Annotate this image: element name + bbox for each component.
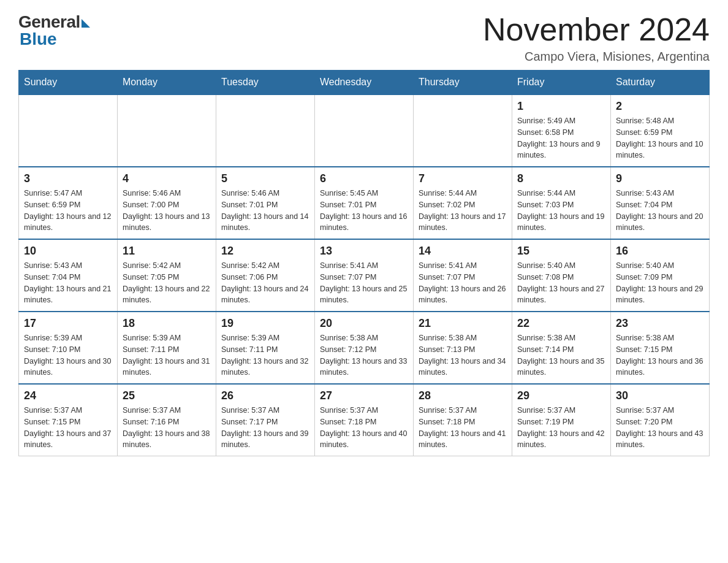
day-number: 3 xyxy=(24,172,112,185)
day-info: Sunrise: 5:42 AM Sunset: 7:06 PM Dayligh… xyxy=(221,260,309,306)
calendar-day-cell: 16Sunrise: 5:40 AM Sunset: 7:09 PM Dayli… xyxy=(611,239,710,312)
calendar-week-row: 24Sunrise: 5:37 AM Sunset: 7:15 PM Dayli… xyxy=(19,384,710,456)
day-number: 7 xyxy=(419,172,507,185)
day-number: 26 xyxy=(221,389,309,402)
day-of-week-header: Thursday xyxy=(414,71,512,95)
day-of-week-header: Wednesday xyxy=(315,71,414,95)
day-info: Sunrise: 5:37 AM Sunset: 7:20 PM Dayligh… xyxy=(616,405,704,451)
calendar-day-cell: 20Sunrise: 5:38 AM Sunset: 7:12 PM Dayli… xyxy=(315,312,414,384)
day-info: Sunrise: 5:41 AM Sunset: 7:07 PM Dayligh… xyxy=(320,260,408,306)
day-info: Sunrise: 5:38 AM Sunset: 7:14 PM Dayligh… xyxy=(517,332,605,378)
day-of-week-header: Sunday xyxy=(19,71,118,95)
day-number: 11 xyxy=(123,245,211,258)
calendar-day-cell: 9Sunrise: 5:43 AM Sunset: 7:04 PM Daylig… xyxy=(611,167,710,239)
day-info: Sunrise: 5:39 AM Sunset: 7:11 PM Dayligh… xyxy=(123,332,211,378)
day-number: 14 xyxy=(419,245,507,258)
day-info: Sunrise: 5:48 AM Sunset: 6:59 PM Dayligh… xyxy=(616,115,704,161)
day-info: Sunrise: 5:37 AM Sunset: 7:17 PM Dayligh… xyxy=(221,405,309,451)
calendar-day-cell: 19Sunrise: 5:39 AM Sunset: 7:11 PM Dayli… xyxy=(216,312,315,384)
calendar-day-cell: 7Sunrise: 5:44 AM Sunset: 7:02 PM Daylig… xyxy=(414,167,512,239)
logo-blue-text: Blue xyxy=(20,29,57,49)
calendar-day-cell: 27Sunrise: 5:37 AM Sunset: 7:18 PM Dayli… xyxy=(315,384,414,456)
calendar-day-cell: 17Sunrise: 5:39 AM Sunset: 7:10 PM Dayli… xyxy=(19,312,118,384)
page-header: General Blue November 2024 Campo Viera, … xyxy=(18,12,710,64)
calendar-day-cell: 15Sunrise: 5:40 AM Sunset: 7:08 PM Dayli… xyxy=(512,239,611,312)
day-info: Sunrise: 5:47 AM Sunset: 6:59 PM Dayligh… xyxy=(24,188,112,234)
calendar-week-row: 17Sunrise: 5:39 AM Sunset: 7:10 PM Dayli… xyxy=(19,312,710,384)
day-of-week-header: Saturday xyxy=(611,71,710,95)
day-info: Sunrise: 5:37 AM Sunset: 7:18 PM Dayligh… xyxy=(419,405,507,451)
day-info: Sunrise: 5:38 AM Sunset: 7:13 PM Dayligh… xyxy=(419,332,507,378)
day-number: 27 xyxy=(320,389,408,402)
day-number: 18 xyxy=(123,317,211,330)
calendar-day-cell: 8Sunrise: 5:44 AM Sunset: 7:03 PM Daylig… xyxy=(512,167,611,239)
day-info: Sunrise: 5:37 AM Sunset: 7:19 PM Dayligh… xyxy=(517,405,605,451)
calendar-table: SundayMondayTuesdayWednesdayThursdayFrid… xyxy=(18,70,710,456)
calendar-day-cell: 21Sunrise: 5:38 AM Sunset: 7:13 PM Dayli… xyxy=(414,312,512,384)
day-info: Sunrise: 5:42 AM Sunset: 7:05 PM Dayligh… xyxy=(123,260,211,306)
calendar-day-cell: 6Sunrise: 5:45 AM Sunset: 7:01 PM Daylig… xyxy=(315,167,414,239)
day-number: 24 xyxy=(24,389,112,402)
calendar-day-cell: 22Sunrise: 5:38 AM Sunset: 7:14 PM Dayli… xyxy=(512,312,611,384)
day-info: Sunrise: 5:40 AM Sunset: 7:09 PM Dayligh… xyxy=(616,260,704,306)
calendar-day-cell: 30Sunrise: 5:37 AM Sunset: 7:20 PM Dayli… xyxy=(611,384,710,456)
calendar-day-cell: 26Sunrise: 5:37 AM Sunset: 7:17 PM Dayli… xyxy=(216,384,315,456)
calendar-week-row: 10Sunrise: 5:43 AM Sunset: 7:04 PM Dayli… xyxy=(19,239,710,312)
day-info: Sunrise: 5:37 AM Sunset: 7:18 PM Dayligh… xyxy=(320,405,408,451)
day-info: Sunrise: 5:43 AM Sunset: 7:04 PM Dayligh… xyxy=(24,260,112,306)
calendar-day-cell: 28Sunrise: 5:37 AM Sunset: 7:18 PM Dayli… xyxy=(414,384,512,456)
day-info: Sunrise: 5:45 AM Sunset: 7:01 PM Dayligh… xyxy=(320,188,408,234)
day-number: 17 xyxy=(24,317,112,330)
calendar-day-cell: 11Sunrise: 5:42 AM Sunset: 7:05 PM Dayli… xyxy=(118,239,216,312)
day-number: 21 xyxy=(419,317,507,330)
title-section: November 2024 Campo Viera, Misiones, Arg… xyxy=(483,12,710,64)
day-info: Sunrise: 5:37 AM Sunset: 7:15 PM Dayligh… xyxy=(24,405,112,451)
calendar-day-cell: 25Sunrise: 5:37 AM Sunset: 7:16 PM Dayli… xyxy=(118,384,216,456)
calendar-header-row: SundayMondayTuesdayWednesdayThursdayFrid… xyxy=(19,71,710,95)
calendar-day-cell: 24Sunrise: 5:37 AM Sunset: 7:15 PM Dayli… xyxy=(19,384,118,456)
calendar-day-cell: 23Sunrise: 5:38 AM Sunset: 7:15 PM Dayli… xyxy=(611,312,710,384)
day-number: 5 xyxy=(221,172,309,185)
logo: General Blue xyxy=(18,12,90,49)
day-info: Sunrise: 5:49 AM Sunset: 6:58 PM Dayligh… xyxy=(517,115,605,161)
calendar-week-row: 1Sunrise: 5:49 AM Sunset: 6:58 PM Daylig… xyxy=(19,94,710,167)
day-number: 25 xyxy=(123,389,211,402)
calendar-day-cell xyxy=(414,94,512,167)
calendar-day-cell: 3Sunrise: 5:47 AM Sunset: 6:59 PM Daylig… xyxy=(19,167,118,239)
day-number: 19 xyxy=(221,317,309,330)
calendar-day-cell: 18Sunrise: 5:39 AM Sunset: 7:11 PM Dayli… xyxy=(118,312,216,384)
calendar-day-cell xyxy=(19,94,118,167)
day-number: 8 xyxy=(517,172,605,185)
day-of-week-header: Tuesday xyxy=(216,71,315,95)
calendar-week-row: 3Sunrise: 5:47 AM Sunset: 6:59 PM Daylig… xyxy=(19,167,710,239)
day-info: Sunrise: 5:41 AM Sunset: 7:07 PM Dayligh… xyxy=(419,260,507,306)
day-info: Sunrise: 5:37 AM Sunset: 7:16 PM Dayligh… xyxy=(123,405,211,451)
day-info: Sunrise: 5:39 AM Sunset: 7:11 PM Dayligh… xyxy=(221,332,309,378)
day-number: 13 xyxy=(320,245,408,258)
day-number: 12 xyxy=(221,245,309,258)
day-number: 20 xyxy=(320,317,408,330)
day-info: Sunrise: 5:46 AM Sunset: 7:01 PM Dayligh… xyxy=(221,188,309,234)
location-subtitle: Campo Viera, Misiones, Argentina xyxy=(483,50,710,64)
day-info: Sunrise: 5:40 AM Sunset: 7:08 PM Dayligh… xyxy=(517,260,605,306)
calendar-day-cell xyxy=(315,94,414,167)
day-number: 22 xyxy=(517,317,605,330)
day-number: 16 xyxy=(616,245,704,258)
day-info: Sunrise: 5:44 AM Sunset: 7:02 PM Dayligh… xyxy=(419,188,507,234)
day-number: 29 xyxy=(517,389,605,402)
day-info: Sunrise: 5:38 AM Sunset: 7:12 PM Dayligh… xyxy=(320,332,408,378)
calendar-day-cell: 14Sunrise: 5:41 AM Sunset: 7:07 PM Dayli… xyxy=(414,239,512,312)
day-number: 30 xyxy=(616,389,704,402)
day-number: 1 xyxy=(517,100,605,113)
calendar-day-cell: 4Sunrise: 5:46 AM Sunset: 7:00 PM Daylig… xyxy=(118,167,216,239)
day-of-week-header: Friday xyxy=(512,71,611,95)
calendar-day-cell xyxy=(118,94,216,167)
day-number: 28 xyxy=(419,389,507,402)
day-of-week-header: Monday xyxy=(118,71,216,95)
calendar-day-cell: 10Sunrise: 5:43 AM Sunset: 7:04 PM Dayli… xyxy=(19,239,118,312)
calendar-day-cell: 13Sunrise: 5:41 AM Sunset: 7:07 PM Dayli… xyxy=(315,239,414,312)
day-info: Sunrise: 5:44 AM Sunset: 7:03 PM Dayligh… xyxy=(517,188,605,234)
calendar-day-cell: 29Sunrise: 5:37 AM Sunset: 7:19 PM Dayli… xyxy=(512,384,611,456)
day-number: 9 xyxy=(616,172,704,185)
calendar-day-cell: 5Sunrise: 5:46 AM Sunset: 7:01 PM Daylig… xyxy=(216,167,315,239)
